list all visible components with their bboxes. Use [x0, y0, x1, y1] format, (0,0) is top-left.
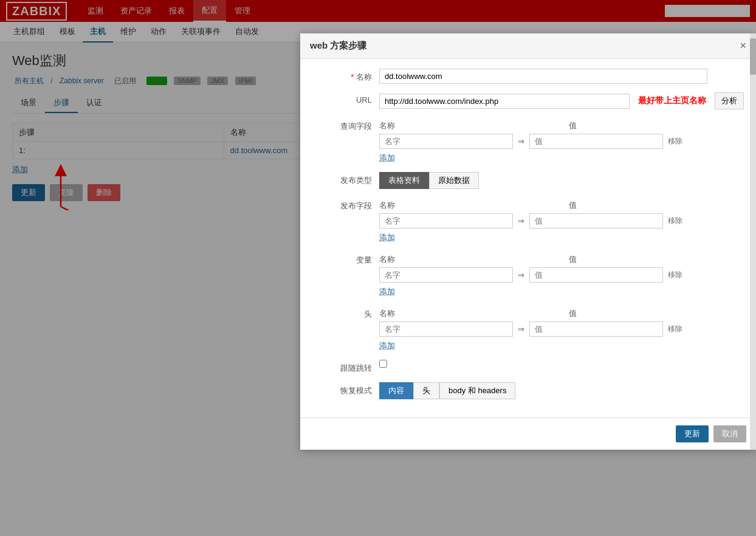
modal-close-button[interactable]: ×	[740, 40, 746, 52]
name-label: 名称	[312, 69, 379, 83]
post-name-header: 名称	[379, 200, 554, 210]
post-fields-label: 发布字段	[312, 198, 379, 210]
modal-dialog: web 方案步骤 × 名称 URL 最好带上主页名称 分析	[300, 33, 756, 210]
query-value-header: 值	[569, 120, 744, 131]
name-field	[379, 69, 744, 84]
post-tab-raw[interactable]: 原始数据	[429, 172, 479, 189]
url-input[interactable]	[379, 94, 630, 109]
url-annotation: 最好带上主页名称	[638, 95, 706, 106]
post-fields-row: 发布字段 名称 值 ⇒ 移除 添加	[312, 198, 744, 210]
modal-overlay: web 方案步骤 × 名称 URL 最好带上主页名称 分析	[0, 0, 756, 210]
analyze-button[interactable]: 分析	[715, 92, 744, 109]
url-field-row: URL 最好带上主页名称 分析	[312, 92, 744, 109]
url-row: 最好带上主页名称 分析	[379, 92, 744, 109]
name-input[interactable]	[379, 69, 707, 84]
query-value-input[interactable]	[529, 134, 663, 149]
modal-title: web 方案步骤	[310, 40, 366, 52]
modal-scrollbar[interactable]	[750, 33, 756, 210]
post-type-field: 表格资料 原始数据	[379, 172, 744, 189]
url-field: 最好带上主页名称 分析	[379, 92, 744, 109]
post-tab-form[interactable]: 表格资料	[379, 172, 429, 189]
post-type-tabs: 表格资料 原始数据	[379, 172, 744, 189]
query-headers: 名称 值	[379, 118, 744, 134]
post-fields-headers: 名称 值	[379, 198, 744, 210]
name-field-row: 名称	[312, 69, 744, 84]
modal-header: web 方案步骤 ×	[300, 33, 756, 59]
query-remove-link[interactable]: 移除	[663, 136, 682, 146]
query-add-link[interactable]: 添加	[379, 153, 395, 162]
post-type-row: 发布类型 表格资料 原始数据	[312, 172, 744, 189]
query-name-input[interactable]	[379, 134, 513, 149]
query-label: 查询字段	[312, 118, 379, 132]
query-field: 名称 值 ⇒ 移除 添加	[379, 118, 744, 163]
query-section-row: 查询字段 名称 值 ⇒ 移除 添加	[312, 118, 744, 163]
scrollbar-thumb[interactable]	[750, 38, 756, 75]
post-value-header: 值	[569, 200, 744, 210]
query-name-header: 名称	[379, 120, 554, 131]
url-label: URL	[312, 92, 379, 105]
modal-body: 名称 URL 最好带上主页名称 分析 查询字段	[300, 59, 756, 210]
query-input-row: ⇒ 移除	[379, 134, 744, 149]
post-fields-field: 名称 值 ⇒ 移除 添加	[379, 198, 744, 210]
post-type-label: 发布类型	[312, 172, 379, 186]
